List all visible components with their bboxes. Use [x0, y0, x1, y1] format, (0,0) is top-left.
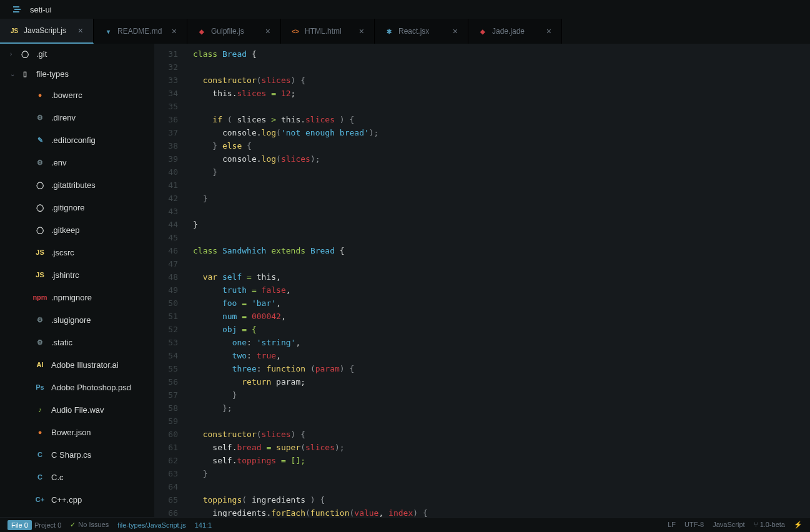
tabs-bar: JSJavaScript.js×▾README.md×◆Gulpfile.js×… — [0, 19, 810, 44]
tab-label: React.jsx — [398, 27, 429, 36]
file-item[interactable]: JS.jscsrc — [0, 241, 154, 264]
file-label: Adobe Photoshop.psd — [51, 383, 131, 392]
file-label: .bowerrc — [51, 91, 82, 100]
file-item[interactable]: ⚙.slugignore — [0, 308, 154, 331]
tab-readme-md[interactable]: ▾README.md× — [94, 19, 187, 44]
file-icon: ⚙ — [35, 112, 45, 122]
close-icon[interactable]: × — [172, 26, 177, 36]
file-icon: ● — [35, 90, 45, 100]
tab-javascript-js[interactable]: JSJavaScript.js× — [0, 19, 94, 44]
file-label: .env — [51, 158, 67, 167]
file-item[interactable]: ♪Audio File.wav — [0, 398, 154, 421]
app-logo-icon — [12, 4, 22, 14]
file-icon: C+ — [35, 495, 45, 505]
file-item[interactable]: ⚙.static — [0, 331, 154, 353]
file-label: .jscsrc — [51, 248, 74, 257]
file-item[interactable]: ◯.gitattributes — [0, 174, 154, 196]
svg-rect-2 — [13, 11, 19, 12]
status-issues[interactable]: ✓No Issues — [70, 521, 109, 529]
file-type-icon: ✱ — [385, 27, 393, 36]
file-type-icon: ◆ — [478, 27, 487, 36]
file-item[interactable]: ◯.gitignore — [0, 196, 154, 219]
tab-label: Jade.jade — [492, 27, 525, 36]
file-icon: ⚙ — [35, 157, 45, 167]
close-icon[interactable]: × — [265, 26, 270, 36]
file-icon: JS — [35, 247, 45, 257]
file-label: .gitattributes — [51, 180, 96, 190]
file-icon: ◯ — [35, 202, 45, 212]
check-icon: ✓ — [70, 521, 76, 528]
status-file-path[interactable]: file-types/JavaScript.js — [117, 521, 185, 529]
svg-rect-0 — [13, 6, 19, 7]
status-file-count[interactable]: File 0 — [7, 520, 32, 530]
tab-react-jsx[interactable]: ✱React.jsx× — [375, 19, 468, 44]
file-item[interactable]: JS.jshintrc — [0, 264, 154, 286]
file-icon: Ps — [35, 382, 45, 392]
status-language[interactable]: JavaScript — [713, 521, 744, 529]
file-item[interactable]: CC.c — [0, 466, 154, 488]
file-label: .npmignore — [51, 293, 92, 302]
file-item[interactable]: ✎.editorconfig — [0, 129, 154, 151]
statusbar: File 0 Project 0 ✓No Issues file-types/J… — [0, 517, 810, 532]
tab-jade-jade[interactable]: ◆Jade.jade× — [468, 19, 562, 44]
file-icon: C — [35, 450, 45, 460]
sidebar: › ◯ .git ⌄ ▯ file-types ●.bowerrc⚙.diren… — [0, 44, 154, 517]
file-label: .gitignore — [51, 203, 84, 212]
file-item[interactable]: ⚙.env — [0, 151, 154, 174]
close-icon[interactable]: × — [78, 26, 83, 36]
file-label: C.c — [51, 473, 64, 482]
file-icon: ◯ — [35, 225, 45, 235]
file-item[interactable]: ◆Cake PHP.ctp — [0, 511, 154, 517]
file-item[interactable]: C+C++.cpp — [0, 488, 154, 511]
tree-item-git[interactable]: › ◯ .git — [0, 44, 154, 64]
file-type-icon: <> — [291, 27, 300, 36]
app-title: seti-ui — [30, 5, 52, 14]
file-icon: JS — [35, 270, 45, 280]
close-icon[interactable]: × — [359, 26, 364, 36]
svg-rect-1 — [14, 9, 21, 10]
file-icon: C — [35, 472, 45, 482]
status-cursor-pos[interactable]: 141:1 — [195, 521, 212, 529]
file-item[interactable]: PsAdobe Photoshop.psd — [0, 376, 154, 398]
file-label: Adobe Illustrator.ai — [51, 360, 119, 370]
file-label: .static — [51, 338, 72, 347]
file-icon: ◯ — [35, 180, 45, 190]
file-icon: ⚙ — [35, 315, 45, 325]
squirrel-icon[interactable]: ⚡ — [794, 521, 803, 529]
file-label: Bower.json — [51, 428, 91, 437]
file-label: .slugignore — [51, 315, 91, 325]
tree-label: file-types — [36, 69, 69, 79]
code-content[interactable]: class Bread { constructor(slices) { this… — [185, 44, 810, 517]
status-branch[interactable]: ⑂ 1.0-beta — [754, 521, 785, 529]
status-line-ending[interactable]: LF — [668, 521, 676, 529]
file-label: C Sharp.cs — [51, 450, 91, 460]
file-item[interactable]: ⚙.direnv — [0, 106, 154, 129]
editor: 31 32 33 34 35 36 37 38 39 40 41 42 43 4… — [154, 44, 810, 517]
file-item[interactable]: ●Bower.json — [0, 421, 154, 443]
file-label: .gitkeep — [51, 225, 80, 235]
file-icon: ✎ — [35, 135, 45, 145]
file-icon: ⚙ — [35, 337, 45, 347]
file-item[interactable]: AIAdobe Illustrator.ai — [0, 353, 154, 376]
tab-label: Gulpfile.js — [211, 27, 244, 36]
close-icon[interactable]: × — [546, 26, 551, 36]
status-encoding[interactable]: UTF-8 — [684, 521, 704, 529]
file-item[interactable]: npm.npmignore — [0, 286, 154, 308]
file-icon: npm — [35, 292, 45, 302]
file-item[interactable]: CC Sharp.cs — [0, 443, 154, 466]
status-project-count[interactable]: Project 0 — [34, 521, 61, 529]
file-icon: ● — [35, 427, 45, 437]
tree-item-file-types[interactable]: ⌄ ▯ file-types — [0, 64, 154, 84]
file-label: .jshintrc — [51, 270, 79, 280]
file-label: Audio File.wav — [51, 405, 104, 415]
git-branch-icon: ⑂ — [754, 521, 758, 528]
file-type-icon: JS — [10, 26, 19, 35]
file-item[interactable]: ●.bowerrc — [0, 84, 154, 106]
github-icon: ◯ — [20, 49, 30, 59]
tree-label: .git — [36, 49, 47, 59]
file-type-icon: ◆ — [197, 27, 206, 36]
file-item[interactable]: ◯.gitkeep — [0, 219, 154, 241]
close-icon[interactable]: × — [453, 26, 458, 36]
tab-gulpfile-js[interactable]: ◆Gulpfile.js× — [187, 19, 281, 44]
tab-html-html[interactable]: <>HTML.html× — [281, 19, 375, 44]
